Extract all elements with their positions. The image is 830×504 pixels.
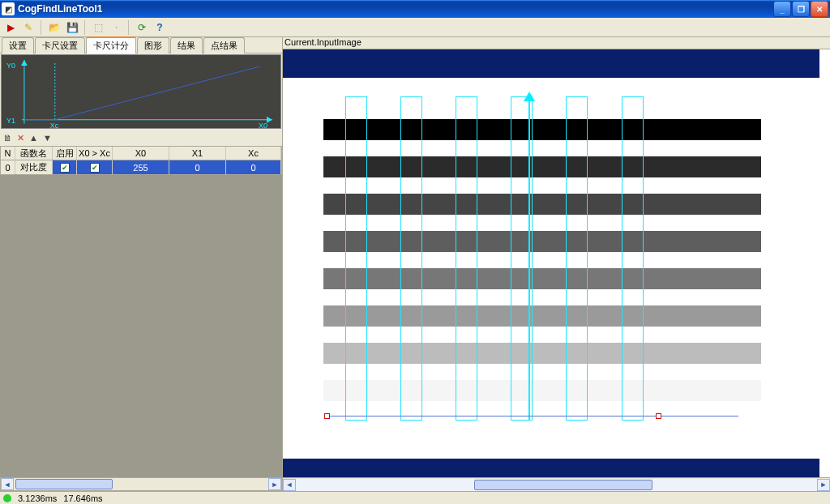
cell-name: 对比度 xyxy=(15,160,53,174)
col-func[interactable]: 函数名 xyxy=(15,147,53,160)
status-ok-icon xyxy=(3,494,11,502)
svg-marker-3 xyxy=(21,60,28,66)
title-bar: ◩ CogFindLineTool1 _ ❐ ✕ xyxy=(0,0,830,18)
gray-bar xyxy=(323,268,761,289)
col-cond[interactable]: X0 > Xc xyxy=(77,147,113,160)
help-icon[interactable]: ? xyxy=(152,20,167,35)
col-n[interactable]: N xyxy=(1,147,15,160)
scroll-thumb[interactable] xyxy=(474,480,652,490)
app-icon: ◩ xyxy=(2,2,15,15)
scroll-left-icon[interactable]: ◄ xyxy=(283,479,296,491)
image-h-scrollbar[interactable]: ◄ ► xyxy=(283,477,830,491)
image-display[interactable] xyxy=(283,49,830,477)
run-icon[interactable]: ▶ xyxy=(3,20,18,35)
status-bar: 3.1236ms 17.646ms xyxy=(0,491,830,504)
tool-a-icon[interactable]: ⬚ xyxy=(91,20,105,35)
col-enable[interactable]: 启用 xyxy=(53,147,77,160)
direction-arrow-icon xyxy=(524,92,535,101)
delete-row-icon[interactable]: ✕ xyxy=(17,133,24,143)
scroll-left-icon[interactable]: ◄ xyxy=(1,478,14,490)
grid-body-empty xyxy=(0,175,282,477)
bottom-band xyxy=(283,459,819,477)
region-handle-left[interactable] xyxy=(324,413,330,419)
cell-x0[interactable]: 255 xyxy=(113,160,169,174)
graph-y1-label: Y1 xyxy=(6,117,15,125)
left-pane: 设置 卡尺设置 卡尺计分 图形 结果 点结果 Y0 Y1 X0 Xc 🗎 xyxy=(0,37,283,491)
table-row[interactable]: 0 对比度 ✔ ✔ 255 0 0 xyxy=(0,160,282,175)
graph-xc-label: Xc xyxy=(50,122,59,130)
scroll-right-icon[interactable]: ► xyxy=(817,479,830,491)
grid-toolbar: 🗎 ✕ ▲ ▼ xyxy=(0,130,282,146)
cell-cond[interactable]: ✔ xyxy=(77,160,113,174)
minimize-button[interactable]: _ xyxy=(773,1,791,17)
scroll-right-icon[interactable]: ► xyxy=(268,478,281,490)
top-band xyxy=(283,49,819,78)
scoring-graph: Y0 Y1 X0 Xc xyxy=(1,54,281,129)
right-pane: Current.InputImage ◄ ► xyxy=(283,37,830,491)
col-x0[interactable]: X0 xyxy=(113,147,169,160)
svg-marker-1 xyxy=(267,117,272,123)
region-handle-right[interactable] xyxy=(656,413,661,419)
cell-x1[interactable]: 0 xyxy=(169,160,226,174)
grid-header: N 函数名 启用 X0 > Xc X0 X1 Xc xyxy=(0,146,282,160)
col-x1[interactable]: X1 xyxy=(169,147,226,160)
move-up-icon[interactable]: ▲ xyxy=(29,133,38,143)
open-icon[interactable]: 📂 xyxy=(47,20,62,35)
graph-y0-label: Y0 xyxy=(6,62,15,70)
cell-enabled[interactable]: ✔ xyxy=(53,160,77,174)
grid-h-scrollbar[interactable]: ◄ ► xyxy=(0,477,282,491)
gray-bar xyxy=(323,119,761,140)
scroll-thumb[interactable] xyxy=(15,479,113,489)
image-label: Current.InputImage xyxy=(283,37,830,49)
add-row-icon[interactable]: 🗎 xyxy=(3,133,12,143)
window-buttons: _ ❐ ✕ xyxy=(773,1,828,17)
tab-point-results[interactable]: 点结果 xyxy=(203,37,245,53)
status-time-2: 17.646ms xyxy=(63,493,102,503)
search-direction-line[interactable] xyxy=(528,96,530,421)
tab-caliper-scoring[interactable]: 卡尺计分 xyxy=(86,36,136,53)
tab-caliper-settings[interactable]: 卡尺设置 xyxy=(35,37,85,53)
toolbar: ▶ ✎ 📂 💾 ⬚ ⬞ ⟳ ? xyxy=(0,18,830,37)
move-down-icon[interactable]: ▼ xyxy=(43,133,52,143)
gray-bar xyxy=(323,380,761,401)
graph-x0-label: X0 xyxy=(259,122,267,130)
gray-bar xyxy=(323,194,761,215)
cell-n: 0 xyxy=(1,160,15,174)
edit-icon[interactable]: ✎ xyxy=(21,20,36,35)
save-icon[interactable]: 💾 xyxy=(65,20,79,35)
gray-bar xyxy=(323,343,761,364)
tab-bar: 设置 卡尺设置 卡尺计分 图形 结果 点结果 xyxy=(0,37,282,53)
found-line xyxy=(327,416,738,416)
refresh-icon[interactable]: ⟳ xyxy=(135,20,149,35)
tab-graphics[interactable]: 图形 xyxy=(137,37,169,53)
separator xyxy=(41,20,42,35)
tab-results[interactable]: 结果 xyxy=(170,37,203,53)
window-title: CogFindLineTool1 xyxy=(18,3,773,15)
separator xyxy=(128,20,130,35)
col-xc[interactable]: Xc xyxy=(226,147,281,160)
tab-settings[interactable]: 设置 xyxy=(2,37,34,53)
gray-bar xyxy=(323,305,761,327)
close-button[interactable]: ✕ xyxy=(811,1,828,17)
status-time-1: 3.1236ms xyxy=(18,493,57,503)
gray-bar xyxy=(323,156,761,177)
cell-xc[interactable]: 0 xyxy=(226,160,281,174)
separator xyxy=(84,20,86,35)
maximize-button[interactable]: ❐ xyxy=(792,1,810,17)
gray-bar xyxy=(323,231,761,252)
tool-b-icon[interactable]: ⬞ xyxy=(109,20,123,35)
